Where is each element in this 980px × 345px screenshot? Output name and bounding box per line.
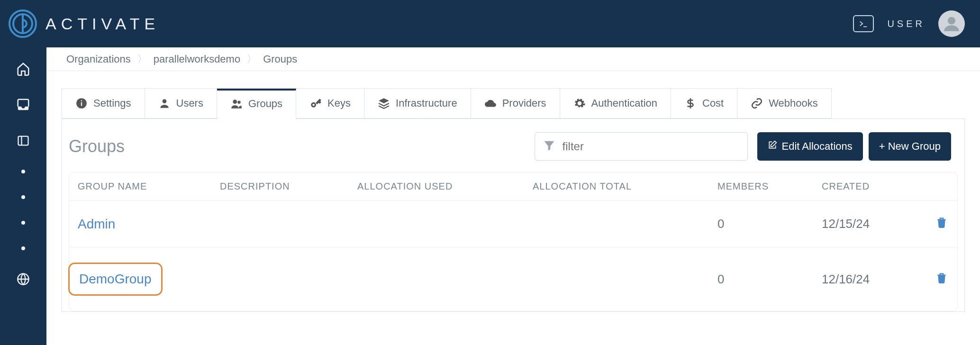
breadcrumb-item[interactable]: Organizations	[61, 53, 136, 65]
svg-point-8	[162, 99, 166, 103]
tab-label: Settings	[93, 97, 131, 109]
tab-keys[interactable]: Keys	[296, 89, 364, 118]
brand-name: ACTIVATE	[45, 15, 160, 33]
table-header: GROUP NAME DESCRIPTION ALLOCATION USED A…	[69, 172, 957, 200]
dollar-icon	[684, 97, 697, 109]
svg-point-12	[313, 104, 315, 106]
tab-label: Groups	[248, 98, 282, 110]
col-members: MEMBERS	[717, 181, 822, 192]
col-created: CREATED	[822, 181, 935, 192]
filter-icon	[543, 139, 556, 154]
panel-header: Groups Edit Allocations + New Group	[62, 132, 964, 172]
table-row: DemoGroup012/16/24	[69, 247, 957, 311]
new-group-button[interactable]: + New Group	[869, 132, 951, 161]
filter-box[interactable]	[535, 132, 748, 161]
brand: ACTIVATE	[8, 9, 160, 39]
svg-rect-3	[18, 136, 28, 145]
chevron-right-icon: 〉	[136, 53, 148, 65]
breadcrumb: Organizations 〉 parallelworksdemo 〉 Grou…	[46, 47, 980, 71]
col-group-name: GROUP NAME	[78, 181, 220, 192]
table-row: Admin012/15/24	[69, 200, 957, 247]
groups-table: GROUP NAME DESCRIPTION ALLOCATION USED A…	[69, 172, 958, 311]
brand-logo-icon	[8, 9, 38, 39]
tab-label: Cost	[702, 97, 724, 109]
globe-icon[interactable]	[16, 272, 30, 286]
edit-icon	[768, 140, 777, 153]
col-alloc-used: ALLOCATION USED	[357, 181, 533, 192]
trash-icon[interactable]	[935, 272, 948, 287]
tab-label: Infrastructure	[396, 97, 457, 109]
tab-strip: SettingsUsersGroupsKeysInfrastructurePro…	[62, 88, 832, 118]
inbox-icon[interactable]	[16, 98, 30, 112]
svg-point-2	[948, 17, 955, 25]
svg-point-10	[237, 100, 241, 104]
filter-input[interactable]	[563, 140, 740, 153]
group-link[interactable]: Admin	[78, 217, 115, 232]
user-label: USER	[887, 18, 925, 29]
tab-label: Keys	[327, 97, 351, 109]
svg-point-9	[233, 100, 237, 104]
svg-rect-6	[81, 102, 82, 106]
tab-label: Webhooks	[769, 97, 818, 109]
main: Organizations 〉 parallelworksdemo 〉 Grou…	[46, 47, 980, 345]
page-title: Groups	[69, 136, 125, 156]
tab-cost[interactable]: Cost	[671, 89, 737, 118]
breadcrumb-item[interactable]: parallelworksdemo	[148, 53, 246, 65]
gear-icon	[573, 97, 586, 109]
group-link[interactable]: DemoGroup	[79, 272, 152, 287]
edit-allocations-button[interactable]: Edit Allocations	[757, 132, 863, 161]
cloud-icon	[484, 97, 497, 109]
sidebar	[0, 47, 46, 345]
chevron-right-icon: 〉	[246, 53, 257, 65]
link-icon	[751, 97, 763, 109]
tab-webhooks[interactable]: Webhooks	[737, 89, 831, 118]
new-group-label: + New Group	[879, 140, 941, 153]
tab-label: Users	[176, 97, 203, 109]
sidebar-dot[interactable]	[21, 170, 25, 173]
tab-groups[interactable]: Groups	[217, 89, 296, 119]
terminal-button[interactable]	[853, 15, 874, 32]
cell-members: 0	[717, 272, 822, 287]
tab-authentication[interactable]: Authentication	[560, 89, 671, 118]
top-right: USER	[853, 10, 965, 37]
home-icon[interactable]	[16, 62, 30, 76]
tab-settings[interactable]: Settings	[62, 89, 145, 118]
tab-label: Providers	[502, 97, 546, 109]
users-icon	[230, 98, 243, 110]
cell-created: 12/15/24	[822, 217, 935, 231]
tab-label: Authentication	[591, 97, 657, 109]
sidebar-dot[interactable]	[21, 195, 25, 199]
tab-providers[interactable]: Providers	[471, 89, 560, 118]
info-icon	[75, 97, 88, 109]
sidebar-dot[interactable]	[21, 246, 25, 250]
tab-infrastructure[interactable]: Infrastructure	[364, 89, 471, 118]
col-alloc-total: ALLOCATION TOTAL	[533, 181, 717, 192]
key-icon	[309, 97, 322, 109]
cell-members: 0	[717, 217, 822, 231]
top-bar: ACTIVATE USER	[0, 0, 980, 47]
col-description: DESCRIPTION	[220, 181, 357, 192]
avatar[interactable]	[938, 10, 965, 37]
svg-rect-7	[81, 100, 82, 101]
panel-icon[interactable]	[16, 134, 30, 148]
breadcrumb-item[interactable]: Groups	[257, 53, 303, 65]
cell-created: 12/16/24	[822, 272, 935, 287]
highlight-ring: DemoGroup	[68, 263, 163, 296]
groups-panel: Groups Edit Allocations + New Group	[62, 118, 965, 312]
sidebar-dot[interactable]	[21, 221, 25, 225]
trash-icon[interactable]	[935, 217, 948, 231]
layers-icon	[378, 97, 390, 109]
tab-users[interactable]: Users	[145, 89, 217, 118]
user-icon	[158, 97, 171, 109]
edit-allocations-label: Edit Allocations	[782, 140, 853, 153]
